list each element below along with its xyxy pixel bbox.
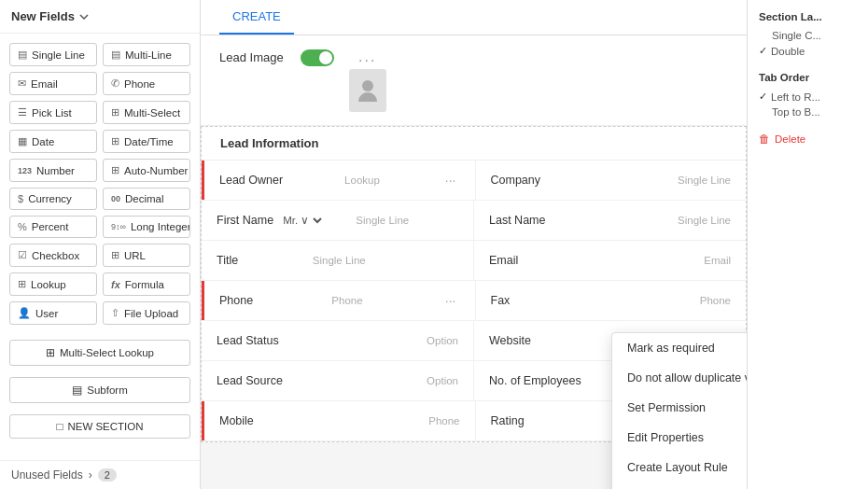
- field-btn-number[interactable]: 123 Number: [9, 159, 97, 182]
- url-icon: ⊞: [111, 249, 119, 261]
- image-placeholder: [349, 69, 386, 112]
- field-btn-percent[interactable]: % Percent: [9, 216, 97, 238]
- field-btn-decimal[interactable]: 00 Decimal: [103, 188, 190, 210]
- menu-item-create-layout-rule[interactable]: Create Layout Rule: [612, 453, 747, 482]
- field-btn-lookup[interactable]: ⊞ Lookup: [9, 272, 97, 296]
- percent-icon: %: [18, 221, 27, 232]
- subform-label: Subform: [87, 384, 127, 396]
- field-btn-user[interactable]: 👤 User: [9, 301, 97, 325]
- field-type-last-name: Single Line: [678, 215, 731, 226]
- field-label-lead-owner: Lead Owner: [219, 174, 283, 187]
- field-btn-multi-line[interactable]: ▤ Multi-Line: [103, 43, 190, 66]
- multi-line-icon: ▤: [111, 49, 120, 61]
- unused-fields-badge: 2: [98, 468, 117, 482]
- field-btn-email[interactable]: ✉ Email: [9, 72, 97, 95]
- menu-item-set-permission[interactable]: Set Permission: [612, 393, 747, 423]
- right-panel: Section La... Single C... Double Tab Ord…: [747, 0, 868, 489]
- field-btn-phone[interactable]: ✆ Phone: [103, 72, 190, 95]
- new-section-icon: □: [56, 421, 63, 432]
- field-btn-single-line[interactable]: ▤ Single Line: [9, 43, 97, 66]
- lead-image-toggle[interactable]: [301, 49, 334, 66]
- main-tabs: CREATE: [201, 0, 747, 35]
- user-silhouette-icon: [357, 77, 379, 104]
- field-label-date: Date: [32, 136, 54, 147]
- field-label-last-name: Last Name: [489, 214, 545, 227]
- field-cell-lead-source: Lead Source Option: [202, 361, 474, 400]
- field-label-lead-status: Lead Status: [217, 334, 279, 347]
- subform-icon: ▤: [72, 384, 82, 397]
- menu-item-create-validation-rule[interactable]: Create Validation Rule: [612, 482, 747, 489]
- context-menu: Mark as required Do not allow duplicate …: [611, 332, 747, 489]
- field-label-multi-line: Multi-Line: [125, 49, 172, 61]
- menu-item-mark-required[interactable]: Mark as required: [612, 333, 747, 363]
- delete-label: Delete: [775, 133, 805, 145]
- section-label-title: Section La...: [759, 11, 857, 22]
- field-cell-lead-owner: Lead Owner Lookup ···: [202, 161, 476, 200]
- multi-select-lookup-icon: ⊞: [46, 346, 55, 359]
- first-name-row: First Name Mr. ∨: [217, 214, 325, 227]
- field-label-company: Company: [491, 174, 541, 187]
- field-cell-first-name: First Name Mr. ∨ Single Line ···: [202, 201, 474, 240]
- file-upload-icon: ⇧: [111, 307, 119, 319]
- field-type-mobile: Phone: [428, 415, 459, 426]
- field-cell-mobile: Mobile Phone: [202, 401, 476, 440]
- table-row: First Name Mr. ∨ Single Line ··· Last Na…: [202, 201, 746, 241]
- tab-option-left-right[interactable]: Left to R...: [759, 89, 857, 105]
- field-label-currency: Currency: [28, 193, 72, 204]
- field-cell-lead-status: Lead Status Option: [202, 321, 474, 360]
- field-btn-checkbox[interactable]: ☑ Checkbox: [9, 244, 97, 267]
- field-label-url: URL: [124, 250, 146, 261]
- field-cell-title: Title Single Line ···: [202, 241, 474, 280]
- field-label-multi-select: Multi-Select: [124, 107, 180, 119]
- sidebar-title: New Fields: [11, 9, 75, 23]
- sidebar-header: New Fields: [0, 0, 200, 34]
- chevron-down-icon: [78, 11, 90, 22]
- field-label-datetime: Date/Time: [124, 136, 174, 147]
- main-content-area: CREATE Lead Image ··· Lead Information: [201, 0, 747, 489]
- tab-option-top-bottom[interactable]: Top to B...: [759, 105, 857, 119]
- field-btn-pick-list[interactable]: ☰ Pick List: [9, 101, 97, 124]
- field-btn-currency[interactable]: $ Currency: [9, 188, 97, 210]
- tab-order-section: Tab Order Left to R... Top to B...: [759, 72, 857, 119]
- field-label-number: Number: [36, 165, 75, 176]
- decimal-icon: 00: [111, 194, 120, 203]
- field-label-email: Email: [489, 254, 518, 267]
- field-type-lead-status: Option: [427, 335, 458, 346]
- delete-btn[interactable]: 🗑 Delete: [759, 133, 857, 146]
- multi-select-lookup-btn[interactable]: ⊞ Multi-Select Lookup: [9, 340, 190, 366]
- field-btn-url[interactable]: ⊞ URL: [103, 244, 190, 267]
- field-cell-company: Company Single Line: [476, 161, 747, 200]
- section-option-single[interactable]: Single C...: [759, 28, 857, 43]
- field-btn-long-integer[interactable]: 9↕∞ Long Integer: [103, 216, 190, 238]
- image-dots-menu[interactable]: ···: [358, 52, 376, 69]
- field-cell-fax: Fax Phone: [476, 281, 747, 320]
- field-menu-lead-owner[interactable]: ···: [441, 171, 460, 189]
- menu-item-edit-properties[interactable]: Edit Properties: [612, 423, 747, 453]
- section-option-double[interactable]: Double: [759, 43, 857, 59]
- field-btn-formula[interactable]: fx Formula: [103, 272, 190, 296]
- field-cell-last-name: Last Name Single Line: [474, 201, 746, 240]
- lead-image-row: Lead Image: [219, 49, 334, 66]
- field-btn-file-upload[interactable]: ⇧ File Upload: [103, 301, 190, 325]
- field-btn-multi-select[interactable]: ⊞ Multi-Select: [103, 101, 190, 124]
- trash-icon: 🗑: [759, 133, 770, 146]
- table-row: Lead Owner Lookup ··· Company Single Lin…: [202, 161, 746, 201]
- field-menu-phone[interactable]: ···: [441, 291, 460, 310]
- field-btn-auto-number[interactable]: ⊞ Auto-Number: [103, 159, 190, 182]
- tab-create[interactable]: CREATE: [219, 0, 294, 35]
- subform-btn[interactable]: ▤ Subform: [9, 377, 190, 403]
- field-btn-date[interactable]: ▦ Date: [9, 130, 97, 153]
- mr-select[interactable]: Mr. ∨: [279, 214, 325, 227]
- new-section-btn[interactable]: □ NEW SECTION: [9, 414, 190, 439]
- number-icon: 123: [18, 166, 32, 175]
- field-label-rating: Rating: [491, 414, 525, 427]
- single-line-icon: ▤: [18, 49, 27, 61]
- unused-fields[interactable]: Unused Fields › 2: [0, 460, 200, 489]
- field-type-lead-source: Option: [427, 375, 458, 386]
- field-btn-datetime[interactable]: ⊞ Date/Time: [103, 130, 190, 153]
- field-cell-email: Email Email: [474, 241, 746, 280]
- lead-image-section: Lead Image ···: [201, 35, 747, 126]
- unused-fields-label: Unused Fields: [11, 468, 83, 482]
- field-label-no-employees: No. of Employees: [489, 374, 581, 387]
- menu-item-no-duplicate[interactable]: Do not allow duplicate values: [612, 363, 747, 393]
